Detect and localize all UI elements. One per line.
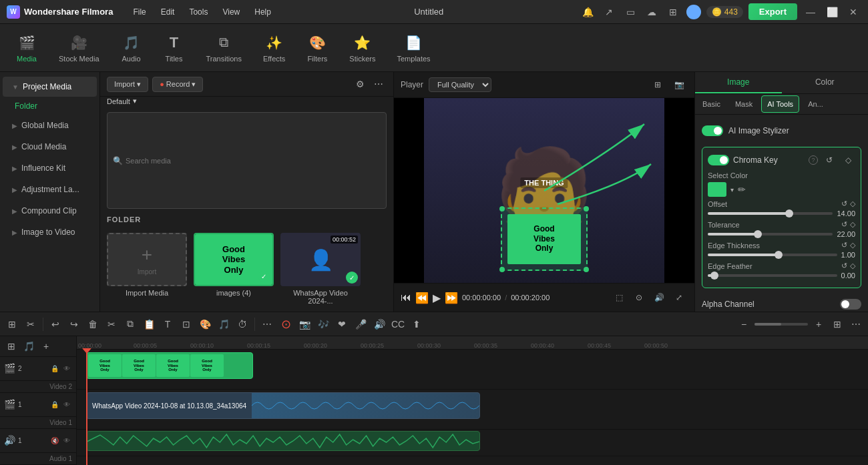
video2-eye-icon[interactable]: 👁 [61, 363, 72, 374]
tab-image[interactable]: Image [695, 72, 782, 93]
ai-image-stylizer-toggle[interactable] [702, 125, 723, 136]
sidebar-item-image-to-video[interactable]: ▶ Image to Video [3, 222, 97, 242]
offset-slider[interactable] [708, 212, 833, 215]
edge-thickness-reset-icon[interactable]: ↺ [841, 241, 847, 250]
cloud-icon[interactable]: ☁ [644, 4, 660, 20]
add-track-icon[interactable]: + [39, 339, 53, 354]
devices-icon[interactable]: ⊞ [665, 4, 681, 20]
camera-tl-icon[interactable]: 📷 [296, 316, 312, 332]
chroma-key-reset-icon[interactable]: ↺ [822, 153, 837, 167]
menu-view[interactable]: View [216, 5, 246, 19]
zoom-in-icon[interactable]: + [811, 316, 827, 332]
zoom-out-icon[interactable]: − [736, 316, 752, 332]
music-tl-icon[interactable]: 🎶 [315, 316, 331, 332]
grid-tl-icon[interactable]: ⊞ [829, 316, 845, 332]
edge-feather-reset-icon[interactable]: ↺ [841, 262, 847, 270]
filter-icon[interactable]: ⚙ [352, 76, 368, 92]
more-tl2-icon[interactable]: ⋯ [848, 316, 864, 332]
media-item-import[interactable]: + Import Import Media [107, 233, 187, 305]
crop-icon[interactable]: ⬚ [610, 289, 628, 306]
audio-tl-icon[interactable]: 🎵 [216, 316, 232, 332]
subtab-ai-tools[interactable]: AI Tools [761, 95, 799, 113]
more-options-icon[interactable]: ⋯ [371, 76, 387, 92]
fullscreen-icon[interactable]: ⤢ [670, 289, 688, 306]
edge-feather-diamond-icon[interactable]: ◇ [850, 262, 855, 270]
sidebar-item-compound-clip[interactable]: ▶ Compound Clip [3, 201, 97, 221]
record-button[interactable]: ● Record ▾ [152, 77, 203, 92]
crop-tl-icon[interactable]: ⊡ [178, 316, 194, 332]
subtab-an[interactable]: An... [802, 95, 829, 113]
import-thumb[interactable]: + Import [107, 233, 187, 286]
audio1-eye-icon[interactable]: 👁 [61, 435, 72, 446]
prev-frame-icon[interactable]: ⏪ [415, 292, 429, 304]
tolerance-slider[interactable] [708, 233, 833, 236]
quality-select[interactable]: Full Quality [429, 77, 491, 92]
zoom-slider[interactable] [754, 323, 808, 326]
tab-audio[interactable]: 🎵 Audio [112, 28, 152, 68]
add-media-icon[interactable]: ⊞ [4, 316, 20, 332]
coin-count[interactable]: 🪙 443 [706, 6, 742, 18]
minimize-icon[interactable]: ▭ [622, 4, 638, 20]
tab-stickers[interactable]: ⭐ Stickers [340, 28, 385, 68]
heart-tl-icon[interactable]: ❤ [334, 316, 350, 332]
sidebar-item-global-media[interactable]: ▶ Global Media [3, 115, 97, 135]
tab-titles[interactable]: T Titles [154, 28, 194, 68]
tab-color[interactable]: Color [782, 72, 869, 93]
tab-stock-media[interactable]: 🎥 Stock Media [49, 28, 109, 68]
paste-icon[interactable]: 📋 [141, 316, 157, 332]
delete-icon[interactable]: 🗑 [85, 316, 101, 332]
color-swatch[interactable] [708, 182, 726, 197]
tab-transitions[interactable]: ⧉ Transitions [197, 28, 251, 68]
subtitle-icon[interactable]: CC [390, 316, 406, 332]
offset-reset-icon[interactable]: ↺ [841, 199, 847, 208]
skip-back-icon[interactable]: ⏮ [401, 292, 411, 304]
media-item-images[interactable]: GoodVibesOnly ✓ images (4) [194, 233, 274, 305]
chroma-key-diamond-icon[interactable]: ◇ [841, 153, 855, 167]
audio1-mute-icon[interactable]: 🔇 [49, 435, 60, 446]
sidebar-item-project-media[interactable]: ▼ Project Media [3, 77, 97, 97]
bell-icon[interactable]: 🔔 [580, 4, 596, 20]
color-tl-icon[interactable]: 🎨 [197, 316, 213, 332]
cut-icon[interactable]: ✂ [103, 316, 120, 332]
sidebar-item-influence-kit[interactable]: ▶ Influence Kit [3, 158, 97, 178]
video1-clip[interactable]: WhatsApp Video 2024-10-08 at 10.13.08_34… [86, 392, 480, 419]
volume-icon[interactable]: 🔊 [650, 289, 668, 306]
mic-tl-icon[interactable]: 🎤 [353, 316, 369, 332]
offset-diamond-icon[interactable]: ◇ [850, 199, 855, 208]
sidebar-item-cloud-media[interactable]: ▶ Cloud Media [3, 137, 97, 157]
tolerance-reset-icon[interactable]: ↺ [841, 220, 847, 229]
speed-icon[interactable]: ⏱ [234, 316, 250, 332]
window-close-icon[interactable]: ✕ [845, 4, 861, 20]
menu-file[interactable]: File [126, 5, 152, 19]
video1-lock-icon[interactable]: 🔒 [49, 399, 60, 410]
video2-clip[interactable]: GoodVibesOnly GoodVibesOnly GoodVibesOnl… [86, 352, 253, 379]
add-audio-track-icon[interactable]: 🎵 [21, 339, 36, 354]
audio1-clip[interactable] [86, 431, 480, 451]
tolerance-diamond-icon[interactable]: ◇ [850, 220, 855, 229]
tab-media[interactable]: 🎬 Media [7, 28, 47, 68]
edge-feather-slider[interactable] [708, 274, 837, 277]
color-chevron-icon[interactable]: ▾ [730, 186, 734, 193]
next-frame-icon[interactable]: ⏩ [445, 292, 458, 304]
window-maximize-icon[interactable]: ⬜ [824, 4, 840, 20]
compare-icon[interactable]: ⊙ [630, 289, 648, 306]
subtab-basic[interactable]: Basic [696, 95, 726, 113]
eyedropper-icon[interactable]: ✏ [738, 184, 746, 195]
grid-view-icon[interactable]: ⊞ [649, 76, 666, 93]
menu-edit[interactable]: Edit [154, 5, 182, 19]
subtab-mask[interactable]: Mask [729, 95, 758, 113]
menu-tools[interactable]: Tools [182, 5, 214, 19]
edge-thickness-diamond-icon[interactable]: ◇ [850, 241, 855, 250]
redo-icon[interactable]: ↪ [66, 316, 82, 332]
tab-effects[interactable]: ✨ Effects [254, 28, 294, 68]
edge-thickness-slider[interactable] [708, 254, 837, 256]
tab-templates[interactable]: 📄 Templates [387, 28, 439, 68]
play-pause-icon[interactable]: ▶ [433, 292, 441, 304]
text-icon[interactable]: T [160, 316, 176, 332]
undo-icon[interactable]: ↩ [47, 316, 63, 332]
edit-icon[interactable]: ✂ [23, 316, 39, 332]
chroma-key-toggle[interactable] [708, 155, 729, 165]
sidebar-folder[interactable]: Folder [0, 97, 99, 115]
alpha-channel-toggle[interactable] [840, 299, 861, 310]
user-avatar[interactable] [686, 5, 701, 19]
